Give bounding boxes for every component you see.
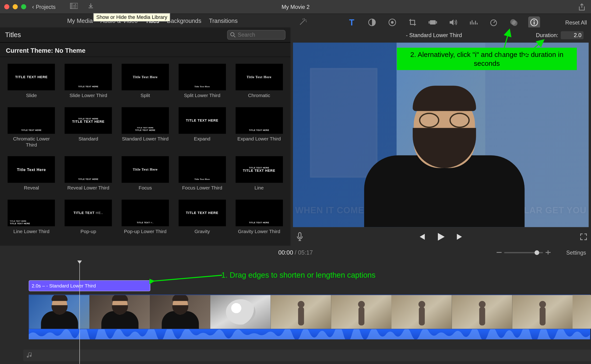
search-input[interactable] (238, 32, 282, 38)
title-thumbnail: TITLE TEXT HERETITLE TEXT HERE (236, 156, 283, 183)
audio-track[interactable] (29, 329, 590, 339)
next-frame-button[interactable] (456, 233, 465, 242)
zoom-out-icon (496, 250, 502, 254)
title-preset[interactable]: TITLE TEXT HEREGravity Lower Third (232, 200, 286, 235)
chevron-left-icon: ‹ (32, 3, 34, 10)
eq-icon[interactable] (467, 17, 479, 28)
title-thumbnail: Title Text Here (178, 156, 226, 183)
timeline-thumbnail (572, 295, 591, 329)
minimize-window-button[interactable] (13, 4, 18, 9)
preview-viewer[interactable]: 2. Alernatively, click "i" and change th… (293, 43, 588, 227)
title-preset-label: Expand Lower Third (237, 136, 281, 142)
title-preset-label: Focus Lower Third (182, 186, 222, 191)
svg-rect-8 (428, 21, 429, 24)
title-preset[interactable]: Title Text HereChromatic (232, 64, 286, 99)
title-thumbnail: Title Text Here (236, 64, 283, 90)
title-preset[interactable]: Title Text HereSplit (118, 64, 172, 99)
browser-section-title: Titles (5, 31, 21, 39)
media-library-toggle-icon[interactable] (70, 3, 78, 11)
title-thumbnail: TITLE TEXT HERE (178, 200, 226, 226)
timeline-thumbnail (150, 295, 210, 329)
tab-my-media[interactable]: My Media (63, 17, 96, 24)
back-to-projects-button[interactable]: ‹ Projects (32, 3, 56, 10)
video-track[interactable] (29, 295, 590, 329)
title-preset-label: Expand (194, 136, 210, 142)
annotation-step-2: 2. Alernatively, click "i" and change th… (397, 48, 577, 70)
title-preset[interactable]: TITLE TEXT HERETITLE TEXT HEREStandard (61, 107, 116, 148)
music-track[interactable] (23, 350, 591, 361)
color-wheel-icon[interactable] (386, 17, 398, 28)
crop-icon[interactable] (407, 17, 419, 28)
title-preset[interactable]: Title Text HereReveal (4, 156, 59, 191)
title-preset[interactable]: Title Text HereSplit Lower Third (175, 64, 230, 99)
title-preset-label: Chromatic (248, 93, 270, 99)
timeline-zoom-slider[interactable] (496, 250, 551, 254)
voiceover-mic-icon[interactable] (296, 232, 303, 243)
speed-icon[interactable] (488, 17, 499, 28)
color-balance-icon[interactable] (366, 17, 378, 28)
title-preset[interactable]: TITLE TEXT HE..Pop-up (61, 200, 116, 235)
titles-browser: Titles Current Theme: No Theme TITLE TEX… (0, 27, 291, 246)
title-preset-label: Line (254, 186, 263, 191)
svg-rect-1 (70, 3, 72, 9)
timeline-thumbnail (271, 295, 331, 329)
title-preset[interactable]: TITLE TEXT HERESlide (4, 64, 59, 99)
title-thumbnail: TITLE TEXT HERE (65, 64, 112, 90)
play-button[interactable] (437, 232, 445, 243)
import-icon[interactable] (87, 3, 95, 11)
svg-rect-9 (436, 21, 437, 24)
svg-rect-15 (534, 22, 534, 25)
timeline-thumbnail (391, 295, 452, 329)
title-thumbnail: Title Text Here (178, 64, 226, 90)
info-icon[interactable] (528, 17, 540, 28)
stabilize-icon[interactable] (427, 17, 439, 28)
title-thumbnail: TITLE TEXT HERE (178, 107, 226, 134)
title-clip[interactable]: 2.0s – - Standard Lower Third (29, 280, 150, 291)
title-preset[interactable]: TITLE TEXT HEREExpand (175, 107, 230, 148)
fullscreen-icon[interactable] (580, 233, 587, 242)
title-preset-label: Reveal Lower Third (67, 186, 109, 191)
svg-point-12 (512, 20, 518, 26)
title-preset[interactable]: TITLE TEXT HEREChromatic Lower Third (4, 107, 59, 148)
title-preset[interactable]: TITLE TEXT HERETITLE TEXT HERELine Lower… (4, 200, 59, 235)
enhance-wand-icon[interactable] (299, 17, 307, 27)
reset-all-button[interactable]: Reset All (565, 19, 587, 26)
prev-frame-button[interactable] (417, 233, 426, 242)
text-icon[interactable]: T (346, 17, 358, 28)
window-titlebar: ‹ Projects My Movie 2 (0, 0, 591, 14)
search-field[interactable] (227, 30, 285, 40)
title-thumbnail: TITLE TEXT HERE (236, 200, 283, 226)
close-window-button[interactable] (4, 4, 9, 9)
duration-label: Duration: (536, 32, 558, 38)
svg-rect-7 (430, 20, 436, 25)
title-thumbnail: Title Text Here (8, 156, 55, 183)
annotation-arrow-2b (518, 38, 547, 62)
title-preset[interactable]: TITLE TEXT HERESlide Lower Third (61, 64, 116, 99)
fullscreen-window-button[interactable] (21, 4, 26, 9)
title-preset[interactable]: Title Text HereFocus Lower Third (175, 156, 230, 191)
title-thumbnail: TITLE TEXT HERETITLE TEXT HERE (8, 200, 55, 226)
playhead[interactable] (79, 261, 80, 364)
timeline-thumbnail (29, 295, 90, 329)
timeline-settings-button[interactable]: Settings (566, 249, 586, 255)
tab-transitions[interactable]: Transitions (205, 17, 241, 24)
title-preset[interactable]: TITLE TEXT HEREGravity (175, 200, 230, 235)
title-preset[interactable]: TITLE TEXT HEREReveal Lower Third (61, 156, 116, 191)
title-preset[interactable]: TITLE TEXT HERETITLE TEXT HEREStandard L… (118, 107, 172, 148)
title-preset[interactable]: Title Text HereFocus (118, 156, 172, 191)
volume-icon[interactable] (447, 17, 459, 28)
title-preset[interactable]: TITLE TEXT HEREExpand Lower Third (232, 107, 286, 148)
viewer-subject (356, 75, 533, 227)
title-clip-label: 2.0s – - Standard Lower Third (32, 283, 96, 288)
title-thumbnail: TITLE TEXT HERETITLE TEXT HERE (65, 107, 112, 134)
svg-rect-20 (548, 250, 549, 254)
duration-field[interactable] (561, 31, 584, 39)
effects-icon[interactable] (508, 17, 520, 28)
title-preset-label: Reveal (24, 186, 39, 191)
title-preset[interactable]: TITLE TEXT H..Pop-up Lower Third (118, 200, 172, 235)
title-preset[interactable]: TITLE TEXT HERETITLE TEXT HERELine (232, 156, 286, 191)
timeline-thumbnail (452, 295, 512, 329)
title-thumbnail: TITLE TEXT HERE (65, 156, 112, 183)
annotation-arrow-2a (498, 28, 515, 62)
share-icon[interactable] (578, 3, 585, 13)
